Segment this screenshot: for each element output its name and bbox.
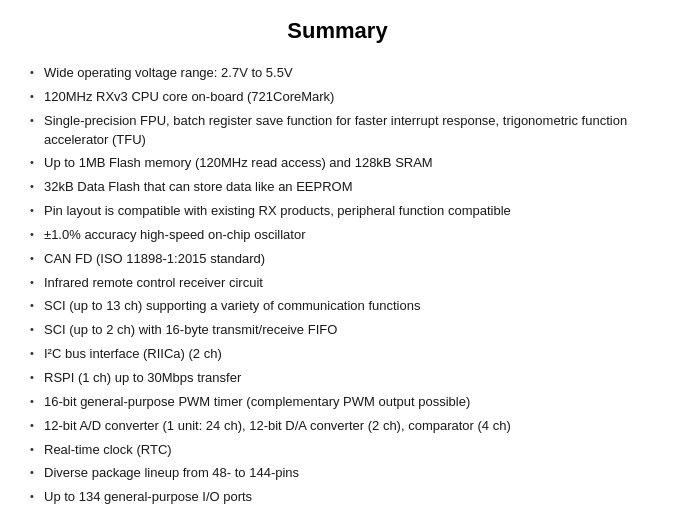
bullet-icon: • xyxy=(30,465,44,481)
bullet-icon: • xyxy=(30,418,44,434)
bullet-icon: • xyxy=(30,155,44,171)
list-item: •±1.0% accuracy high-speed on-chip oscil… xyxy=(30,226,645,245)
bullet-icon: • xyxy=(30,489,44,505)
list-item: •RSPI (1 ch) up to 30Mbps transfer xyxy=(30,369,645,388)
list-item: •Up to 1MB Flash memory (120MHz read acc… xyxy=(30,154,645,173)
bullet-text: SCI (up to 2 ch) with 16-byte transmit/r… xyxy=(44,321,645,340)
list-item: •Pin layout is compatible with existing … xyxy=(30,202,645,221)
list-item: •Diverse package lineup from 48- to 144-… xyxy=(30,464,645,483)
list-item: •CAN FD (ISO 11898-1:2015 standard) xyxy=(30,250,645,269)
bullet-icon: • xyxy=(30,298,44,314)
list-item: •16-bit general-purpose PWM timer (compl… xyxy=(30,393,645,412)
list-item: •I²C bus interface (RIICa) (2 ch) xyxy=(30,345,645,364)
bullet-text: 16-bit general-purpose PWM timer (comple… xyxy=(44,393,645,412)
bullet-text: CAN FD (ISO 11898-1:2015 standard) xyxy=(44,250,645,269)
list-item: •Infrared remote control receiver circui… xyxy=(30,274,645,293)
list-item: •120MHz RXv3 CPU core on-board (721CoreM… xyxy=(30,88,645,107)
bullet-icon: • xyxy=(30,275,44,291)
bullet-icon: • xyxy=(30,227,44,243)
list-item: •SCI (up to 13 ch) supporting a variety … xyxy=(30,297,645,316)
bullet-icon: • xyxy=(30,251,44,267)
bullet-icon: • xyxy=(30,442,44,458)
bullet-text: SCI (up to 13 ch) supporting a variety o… xyxy=(44,297,645,316)
bullet-text: Wide operating voltage range: 2.7V to 5.… xyxy=(44,64,645,83)
bullet-text: 120MHz RXv3 CPU core on-board (721CoreMa… xyxy=(44,88,645,107)
bullet-text: Pin layout is compatible with existing R… xyxy=(44,202,645,221)
list-item: •Single-precision FPU, batch register sa… xyxy=(30,112,645,150)
bullet-icon: • xyxy=(30,65,44,81)
bullet-icon: • xyxy=(30,89,44,105)
bullet-text: Real-time clock (RTC) xyxy=(44,441,645,460)
bullet-icon: • xyxy=(30,322,44,338)
bullet-text: ±1.0% accuracy high-speed on-chip oscill… xyxy=(44,226,645,245)
bullet-icon: • xyxy=(30,203,44,219)
bullet-text: Diverse package lineup from 48- to 144-p… xyxy=(44,464,645,483)
bullet-text: I²C bus interface (RIICa) (2 ch) xyxy=(44,345,645,364)
bullet-icon: • xyxy=(30,394,44,410)
bullet-icon: • xyxy=(30,346,44,362)
list-item: •12-bit A/D converter (1 unit: 24 ch), 1… xyxy=(30,417,645,436)
bullet-icon: • xyxy=(30,179,44,195)
list-item: •Up to 134 general-purpose I/O ports xyxy=(30,488,645,506)
bullet-text: RSPI (1 ch) up to 30Mbps transfer xyxy=(44,369,645,388)
page-title: Summary xyxy=(30,18,645,44)
bullet-text: Up to 1MB Flash memory (120MHz read acce… xyxy=(44,154,645,173)
bullet-text: Up to 134 general-purpose I/O ports xyxy=(44,488,645,506)
summary-list: •Wide operating voltage range: 2.7V to 5… xyxy=(30,64,645,506)
bullet-text: 32kB Data Flash that can store data like… xyxy=(44,178,645,197)
bullet-text: Infrared remote control receiver circuit xyxy=(44,274,645,293)
bullet-icon: • xyxy=(30,113,44,129)
list-item: •Real-time clock (RTC) xyxy=(30,441,645,460)
bullet-icon: • xyxy=(30,370,44,386)
list-item: •Wide operating voltage range: 2.7V to 5… xyxy=(30,64,645,83)
list-item: •32kB Data Flash that can store data lik… xyxy=(30,178,645,197)
list-item: •SCI (up to 2 ch) with 16-byte transmit/… xyxy=(30,321,645,340)
bullet-text: Single-precision FPU, batch register sav… xyxy=(44,112,645,150)
bullet-text: 12-bit A/D converter (1 unit: 24 ch), 12… xyxy=(44,417,645,436)
